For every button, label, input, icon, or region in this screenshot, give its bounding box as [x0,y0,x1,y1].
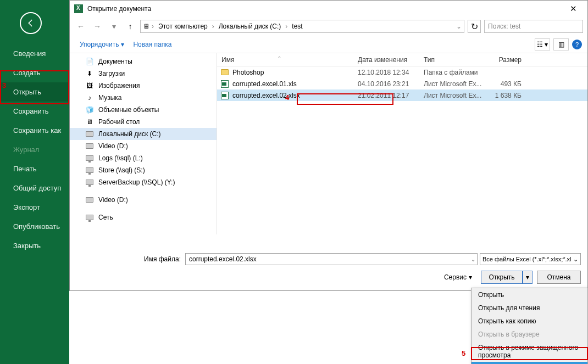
breadcrumb-seg[interactable]: test [290,21,304,31]
backstage-item[interactable]: Сохранить как [0,121,69,140]
help-button[interactable]: ? [572,40,582,49]
back-button[interactable] [20,12,42,34]
tree-item[interactable]: 📄Документы [70,55,217,68]
chevron-right-icon: › [211,23,215,30]
net-icon [85,178,94,187]
xls-icon [220,91,229,100]
tree-item[interactable]: Video (D:) [70,194,217,206]
refresh-button[interactable]: ↻ [468,20,481,33]
breadcrumb-dropdown-icon[interactable]: ⌄ [456,23,462,30]
backstage-item[interactable]: Открыть [0,82,69,102]
filename-dropdown-icon[interactable]: ⌄ [471,256,475,262]
backstage-item[interactable]: Сохранить [0,102,69,121]
folder-icon [220,68,229,77]
dropdown-item[interactable]: Открыть в режиме защищенного просмотра [471,341,587,362]
tree-item[interactable]: ♪Музыка [70,92,217,104]
chevron-down-icon: ▾ [469,273,472,281]
col-type-header[interactable]: Тип [419,56,484,64]
col-name-header[interactable]: Имя [221,56,234,64]
nav-forward-button[interactable]: → [91,20,104,33]
file-row[interactable]: corrupted.excel.02.xlsx21.02.2011 12:17Л… [217,89,587,101]
dropdown-item[interactable]: Открыть и восстановить... [471,362,587,364]
filetype-select[interactable]: Все файлы Excel (*.xl*;*.xlsx;*.xl⌄ [480,253,581,265]
breadcrumb-seg[interactable]: Этот компьютер [156,21,210,31]
annotation-number-5: 5 [462,349,465,357]
backstage-item: Журнал [0,140,69,159]
backstage-item[interactable]: Закрыть [0,236,69,255]
dialog-titlebar: Открытие документа ✕ [70,1,587,17]
down-icon: ⬇ [85,69,94,78]
file-list: Photoshop12.10.2018 12:34Папка с файлами… [217,66,587,101]
view-mode-button[interactable]: ☷ ▾ [535,38,550,51]
dropdown-item[interactable]: Открыть для чтения [471,301,587,315]
net-icon [85,154,94,163]
net-icon [85,166,94,175]
nav-up-button[interactable]: ↑ [124,20,137,33]
backstage-item[interactable]: Экспорт [0,198,69,217]
net-icon [85,213,94,222]
sort-indicator-icon: ˆ [278,56,280,64]
tree-item[interactable]: 🧊Объемные объекты [70,104,217,116]
dialog-title: Открытие документа [87,5,151,13]
dropdown-item[interactable]: Открыть [471,288,587,301]
column-headers[interactable]: Имяˆ Дата изменения Тип Размер [217,53,587,66]
img-icon: 🖼 [85,81,94,90]
breadcrumb-root-icon: 🖥 [143,23,149,30]
drive-icon [85,142,94,150]
folder-tree[interactable]: 📄Документы⬇Загрузки🖼Изображения♪Музыка🧊О… [70,53,217,234]
breadcrumb-seg[interactable]: Локальный диск (C:) [217,21,284,31]
new-folder-button[interactable]: Новая папка [129,38,176,51]
chevron-right-icon: › [284,23,289,30]
backstage-item[interactable]: Печать [0,159,69,178]
chevron-down-icon: ⌄ [573,256,578,263]
filename-label: Имя файла: [76,255,181,263]
backstage-item[interactable]: Общий доступ [0,178,69,198]
file-row[interactable]: corrupted.excel.01.xls04.10.2016 23:21Ли… [217,78,587,89]
chevron-down-icon: ▾ [121,41,124,48]
nav-back-button[interactable]: ← [74,20,87,33]
tools-button[interactable]: Сервис▾ [440,271,476,283]
tree-item[interactable]: 🖥Рабочий стол [70,116,217,128]
tree-item[interactable]: Store (\\sql) (S:) [70,164,217,176]
annotation-number-4: 4 [285,93,289,102]
nav-recent-button[interactable]: ▾ [107,20,120,33]
file-row[interactable]: Photoshop12.10.2018 12:34Папка с файлами [217,66,587,78]
xls-icon [220,80,229,88]
drive-icon [85,195,94,204]
desk-icon: 🖥 [85,117,94,126]
dropdown-item[interactable]: Открыть как копию [471,315,587,328]
tree-item[interactable]: Локальный диск (C:) [70,128,217,140]
tree-item[interactable]: Logs (\\sql) (L:) [70,152,217,164]
filename-input[interactable] [185,253,478,265]
3d-icon: 🧊 [85,105,94,114]
music-icon: ♪ [85,93,94,102]
open-file-dialog: Открытие документа ✕ ← → ▾ ↑ 🖥 › Этот ко… [69,0,588,291]
open-button[interactable]: Открыть [481,271,523,284]
open-split-button[interactable]: ▾ [523,271,532,284]
breadcrumb-bar[interactable]: 🖥 › Этот компьютер › Локальный диск (C:)… [140,20,464,33]
backstage-item[interactable]: Опубликовать [0,217,69,236]
organize-button[interactable]: Упорядочить▾ [75,38,129,51]
search-input[interactable]: Поиск: test [484,20,583,33]
tree-item[interactable]: ⬇Загрузки [70,68,217,80]
excel-backstage-sidebar: СведенияСоздатьОткрытьСохранитьСохранить… [0,0,69,364]
excel-icon [74,4,83,13]
tree-item[interactable]: ServerBackup (\\SQL) (Y:) [70,176,217,188]
col-size-header[interactable]: Размер [484,56,526,64]
cancel-button[interactable]: Отмена [537,271,581,284]
dropdown-item: Открыть в браузере [471,328,587,341]
annotation-number-3: 3 [2,81,6,89]
col-date-header[interactable]: Дата изменения [353,56,419,64]
tree-item[interactable]: 🖼Изображения [70,80,217,92]
backstage-item[interactable]: Создать [0,63,69,82]
backstage-item[interactable]: Сведения [0,44,69,63]
close-button[interactable]: ✕ [562,1,584,16]
tree-item[interactable]: Сеть [70,211,217,223]
docs-icon: 📄 [85,57,94,66]
preview-pane-button[interactable]: ▥ [553,38,569,51]
tree-item[interactable]: Video (D:) [70,140,217,152]
open-dropdown-menu: ОткрытьОткрыть для чтенияОткрыть как коп… [471,288,588,364]
chevron-right-icon: › [151,23,155,30]
drive-icon [85,130,94,138]
